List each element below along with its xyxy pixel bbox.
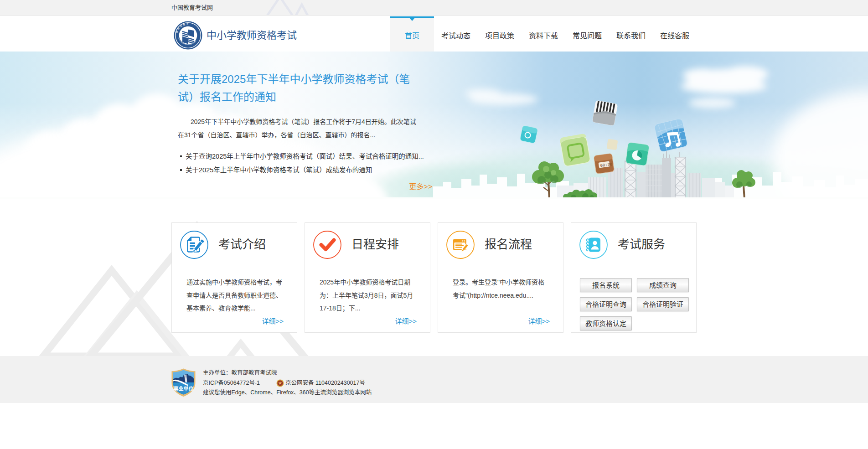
- svg-text:事业单位: 事业单位: [174, 386, 194, 392]
